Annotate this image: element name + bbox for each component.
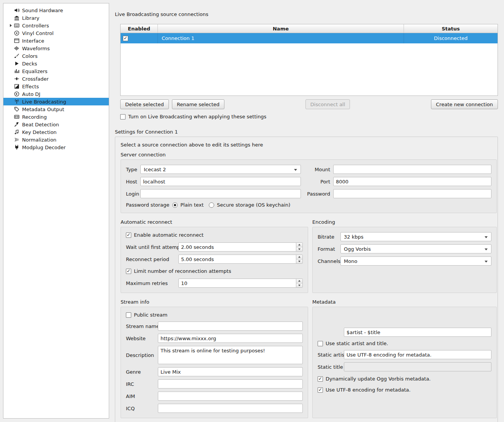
spin-down-button[interactable] xyxy=(296,247,302,252)
encoding-title: Encoding xyxy=(312,219,497,225)
sidebar-item-decks[interactable]: Decks xyxy=(3,60,109,67)
tree-expand-arrow[interactable] xyxy=(8,24,14,27)
server-connection-form: Type Icecast 2 Mount Host Port Login Pas… xyxy=(126,165,491,198)
waveforms-icon xyxy=(14,45,20,51)
connection-row[interactable]: Connection 1Disconnected xyxy=(121,33,498,43)
description-label: Description xyxy=(126,352,155,358)
enable-reconnect-checkbox[interactable] xyxy=(126,232,131,238)
website-label: Website xyxy=(126,336,155,341)
wait-first-attempt-label: Wait until first attempt xyxy=(126,244,175,250)
table-body: Connection 1Disconnected xyxy=(121,33,498,43)
rename-selected-button[interactable]: Rename selected xyxy=(172,99,224,109)
description-textarea[interactable]: This stream is online for testing purpos… xyxy=(158,346,303,364)
normalization-icon xyxy=(14,137,20,143)
sidebar-item-equalizers[interactable]: Equalizers xyxy=(3,67,109,75)
sidebar-item-live-broadcasting[interactable]: Live Broadcasting xyxy=(3,98,109,105)
sidebar-item-waveforms[interactable]: Waveforms xyxy=(3,45,109,52)
decks-icon xyxy=(14,61,20,67)
secure-storage-radio[interactable] xyxy=(209,202,214,208)
sidebar-item-metadata-output[interactable]: Metadata Output xyxy=(3,105,109,113)
sidebar: Sound HardwareLibraryControllersVinyl Co… xyxy=(3,3,109,419)
stream-name-input[interactable] xyxy=(158,322,303,331)
plain-text-radio[interactable] xyxy=(172,202,178,208)
aim-input[interactable] xyxy=(158,392,303,401)
static-artist-input[interactable] xyxy=(344,350,491,359)
sidebar-item-label: Colors xyxy=(22,53,38,59)
spin-up-button[interactable] xyxy=(296,243,302,247)
dynamic-update-row: Dynamically update Ogg Vorbis metadata. xyxy=(318,376,491,382)
sidebar-item-effects[interactable]: Effects xyxy=(3,83,109,90)
login-label: Login xyxy=(126,191,137,197)
turn-on-broadcasting-checkbox[interactable] xyxy=(120,114,126,119)
static-title-input[interactable] xyxy=(344,362,491,371)
interface-icon xyxy=(14,38,20,44)
column-header-name[interactable]: Name xyxy=(158,24,404,33)
password-input[interactable] xyxy=(333,189,491,198)
stream-info-title: Stream info xyxy=(121,299,308,305)
spin-down-button[interactable] xyxy=(296,283,302,288)
beat-detection-icon xyxy=(14,121,20,127)
spin-up-button[interactable] xyxy=(296,279,302,283)
sidebar-item-modplug-decoder[interactable]: Modplug Decoder xyxy=(3,143,109,151)
column-header-status[interactable]: Status xyxy=(404,24,498,33)
irc-input[interactable] xyxy=(158,379,303,389)
sidebar-item-recording[interactable]: Recording xyxy=(3,113,109,121)
password-storage-label: Password storage xyxy=(126,202,169,208)
utf8-encoding-checkbox[interactable] xyxy=(318,387,323,393)
reconnect-period-label: Reconnect period xyxy=(126,256,175,262)
connections-table: Enabled Name Status Connection 1Disconne… xyxy=(120,24,498,96)
wait-first-attempt-spinbox[interactable]: 2.00 seconds xyxy=(178,242,303,252)
port-input[interactable] xyxy=(333,177,491,186)
channels-combobox[interactable]: Mono xyxy=(340,256,491,266)
max-retries-form: Maximum retries 10 xyxy=(126,279,303,288)
connections-section-title: Live Broadcasting source connections xyxy=(115,11,498,18)
settings-hint: Select a source connection above to edit… xyxy=(121,142,497,148)
sidebar-item-library[interactable]: Library xyxy=(3,14,109,22)
delete-selected-button[interactable]: Delete selected xyxy=(120,99,169,109)
sidebar-item-label: Effects xyxy=(22,84,39,89)
column-header-enabled[interactable]: Enabled xyxy=(121,24,158,33)
spin-up-button[interactable] xyxy=(296,255,302,260)
sidebar-list: Sound HardwareLibraryControllersVinyl Co… xyxy=(3,6,109,151)
spin-buttons xyxy=(296,279,302,287)
sidebar-item-colors[interactable]: Colors xyxy=(3,52,109,60)
bitrate-label: Bitrate xyxy=(318,234,337,240)
main-panel: Live Broadcasting source connections Ena… xyxy=(109,0,504,422)
connection-enabled-checkbox[interactable] xyxy=(123,36,128,41)
bitrate-combobox[interactable]: 32 kbps xyxy=(340,232,491,241)
static-artist-label: Static artist xyxy=(318,352,341,358)
sidebar-item-normalization[interactable]: Normalization xyxy=(3,136,109,143)
format-value: Ogg Vorbis xyxy=(344,246,371,252)
use-static-checkbox[interactable] xyxy=(318,341,323,346)
genre-input[interactable] xyxy=(158,367,303,376)
spin-down-button[interactable] xyxy=(296,260,302,264)
metadata-format-input[interactable] xyxy=(344,328,491,337)
sidebar-item-label: Library xyxy=(22,15,39,21)
sidebar-item-label: Modplug Decoder xyxy=(22,145,66,150)
library-icon xyxy=(14,15,20,21)
sidebar-item-vinyl-control[interactable]: Vinyl Control xyxy=(3,29,109,37)
reconnect-period-spinbox[interactable]: 5.00 seconds xyxy=(178,255,303,264)
public-stream-checkbox[interactable] xyxy=(126,312,131,318)
type-combobox[interactable]: Icecast 2 xyxy=(140,165,301,174)
format-combobox[interactable]: Ogg Vorbis xyxy=(340,244,491,253)
host-input[interactable] xyxy=(140,177,301,186)
sidebar-item-beat-detection[interactable]: Beat Detection xyxy=(3,121,109,128)
sidebar-item-controllers[interactable]: Controllers xyxy=(3,22,109,29)
maximum-retries-spinbox[interactable]: 10 xyxy=(178,279,303,288)
mount-input[interactable] xyxy=(333,165,491,174)
sidebar-item-crossfader[interactable]: Crossfader xyxy=(3,75,109,83)
create-new-connection-button[interactable]: Create new connection xyxy=(431,99,498,109)
equalizers-icon xyxy=(14,68,20,74)
disconnect-all-button[interactable]: Disconnect all xyxy=(305,99,350,109)
icq-input[interactable] xyxy=(158,404,303,413)
sidebar-item-auto-dj[interactable]: Auto DJ xyxy=(3,90,109,98)
dynamic-update-checkbox[interactable] xyxy=(318,376,323,382)
sidebar-item-key-detection[interactable]: Key Detection xyxy=(3,128,109,136)
limit-attempts-checkbox[interactable] xyxy=(126,269,131,274)
login-input[interactable] xyxy=(140,189,301,198)
controllers-icon xyxy=(14,22,20,29)
sidebar-item-interface[interactable]: Interface xyxy=(3,37,109,45)
website-input[interactable] xyxy=(158,334,303,343)
sidebar-item-sound-hardware[interactable]: Sound Hardware xyxy=(3,6,109,14)
